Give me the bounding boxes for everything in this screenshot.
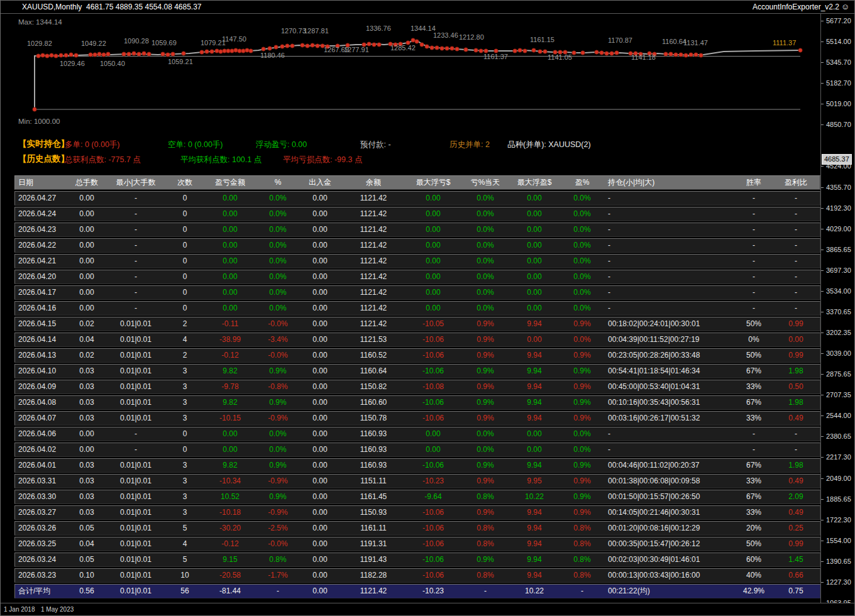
- table-row: 2026.04.070.030.01|0.013-10.15-0.9%0.001…: [14, 411, 820, 426]
- trade-dot: [102, 53, 106, 57]
- trade-dot: [262, 47, 265, 51]
- table-cell: 0.00: [202, 302, 258, 315]
- time-axis[interactable]: 1 Jan 2018 1 May 2023: [1, 603, 854, 615]
- table-cell: 0.00: [298, 302, 342, 315]
- table-cell: -: [258, 585, 298, 598]
- ea-smiley-icon[interactable]: ☺: [841, 2, 849, 12]
- table-cell: 2026.04.08: [15, 396, 69, 409]
- table-cell: -10.05: [405, 317, 461, 331]
- table-cell: -10.23: [405, 585, 461, 598]
- total-points-value: 总获利点数: -775.7 点: [65, 155, 141, 165]
- trade-dot: [798, 48, 802, 52]
- table-row: 2026.04.230.00-00.000.0%0.001121.420.000…: [14, 223, 820, 237]
- table-cell: 0.01|0.01: [104, 333, 167, 346]
- trade-dot: [230, 49, 234, 53]
- table-cell: -: [772, 207, 820, 221]
- price-scale-label: 1227.30: [826, 578, 851, 586]
- table-cell: -10.34: [202, 475, 258, 488]
- table-row: 2026.04.270.00-00.000.0%0.001121.420.000…: [14, 191, 820, 206]
- price-scale-tick: [821, 166, 824, 167]
- trade-dot: [226, 49, 230, 53]
- table-cell: 2026.04.22: [15, 239, 69, 252]
- table-total-row: 合计/平均0.560.01|0.0156-81.44-0.001121.42-1…: [14, 584, 820, 598]
- table-cell: 33%: [736, 380, 772, 393]
- table-cell: 0.00: [69, 443, 104, 456]
- table-cell: 1121.42: [342, 239, 405, 252]
- table-cell: 0.00: [509, 286, 560, 299]
- table-cell: 0.00: [298, 506, 342, 519]
- trade-dot: [285, 44, 289, 48]
- table-cell: 0.9%: [461, 475, 509, 488]
- table-cell: -: [736, 427, 772, 441]
- price-scale-label: 2875.65: [826, 370, 851, 378]
- table-cell: 1150.82: [342, 380, 405, 393]
- table-cell: 0.03: [69, 490, 104, 503]
- table-cell: 9.94: [509, 380, 560, 393]
- price-scale-tick: [821, 582, 824, 583]
- table-cell: 4: [167, 537, 202, 551]
- table-cell: -: [104, 207, 167, 221]
- table-cell: -: [772, 255, 820, 268]
- table-cell: -81.44: [202, 585, 258, 598]
- table-cell: 0.75: [772, 585, 820, 598]
- table-cell: 0.8%: [560, 553, 605, 566]
- table-cell: 0.00: [202, 427, 258, 441]
- table-cell: 0.00: [202, 255, 258, 268]
- table-cell: 2026.03.25: [15, 537, 69, 551]
- table-cell: 0%: [736, 333, 772, 346]
- table-cell: 0.00: [509, 270, 560, 283]
- price-scale[interactable]: 5677.205514.005345.705182.705019.004850.…: [820, 14, 855, 605]
- price-scale-label: 5182.70: [826, 79, 851, 87]
- margin-value: 预付款: -: [360, 140, 391, 150]
- price-scale-label: 2707.35: [826, 391, 851, 399]
- table-cell: 10.52: [202, 490, 258, 503]
- trade-dot: [518, 48, 522, 52]
- table-cell: 50%: [736, 537, 772, 551]
- chart-point-label: 1147.50: [222, 35, 246, 43]
- table-cell: 0.0%: [560, 302, 605, 315]
- table-cell: -0.12: [202, 537, 258, 551]
- table-cell: 次数: [167, 176, 202, 189]
- table-cell: 0.0%: [560, 443, 605, 456]
- price-scale-label: 4850.70: [826, 121, 851, 129]
- table-cell: -: [736, 255, 772, 268]
- table-cell: 1.98: [772, 365, 820, 378]
- table-row: 2026.04.130.020.01|0.012-0.12-0.0%0.0011…: [14, 348, 820, 363]
- price-scale-label: 5514.00: [826, 38, 851, 46]
- table-cell: -: [772, 239, 820, 252]
- table-cell: 2026.03.27: [15, 506, 69, 519]
- table-cell: 亏%当天: [461, 176, 509, 189]
- table-cell: 33%: [736, 506, 772, 519]
- table-cell: 0.8%: [560, 522, 605, 535]
- table-cell: 0.00: [298, 192, 342, 205]
- price-scale-label: 1554.00: [826, 537, 851, 545]
- table-cell: 0.0%: [461, 286, 509, 299]
- price-scale-label: 3370.65: [826, 308, 851, 316]
- table-cell: -0.0%: [258, 317, 298, 331]
- chart-max-label: Max: 1344.14: [18, 18, 62, 26]
- table-cell: 0.9%: [560, 475, 605, 488]
- table-cell: 2026.04.14: [15, 333, 69, 346]
- table-row: 2026.04.160.00-00.000.0%0.001121.420.000…: [14, 301, 820, 316]
- table-cell: 0.00: [202, 223, 258, 236]
- price-scale-label: 1390.65: [826, 558, 851, 566]
- table-cell: 20%: [736, 522, 772, 535]
- trade-dot: [372, 43, 376, 47]
- trade-dot: [699, 53, 703, 57]
- trade-dot: [610, 52, 614, 55]
- table-cell: 0.00: [298, 380, 342, 393]
- price-scale-label: 3865.65: [826, 246, 851, 254]
- table-cell: 9.94: [509, 365, 560, 378]
- table-cell: 0.00: [202, 270, 258, 283]
- chart-point-label: 1161.15: [530, 36, 554, 43]
- table-cell: 0.00: [509, 427, 560, 441]
- table-cell: 3: [167, 365, 202, 378]
- table-cell: 0.01|0.01: [104, 537, 167, 551]
- table-cell: 0: [167, 302, 202, 315]
- table-cell: 0.9%: [560, 412, 605, 425]
- symbol-merged-value: 品种(并单): XAUUSD(2): [507, 140, 591, 150]
- table-cell: 0.00: [298, 459, 342, 472]
- price-scale-tick: [821, 208, 824, 209]
- table-cell: 0: [167, 427, 202, 441]
- table-cell: 2026.04.27: [15, 192, 69, 205]
